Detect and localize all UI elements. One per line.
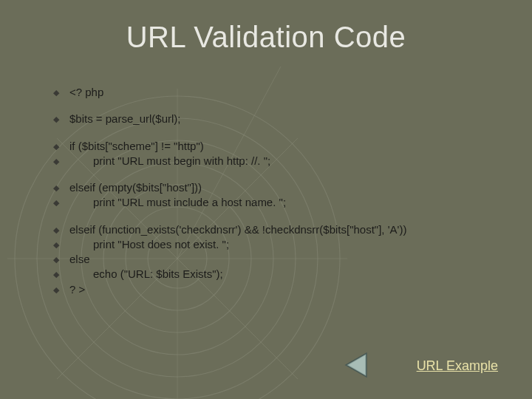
diamond-bullet-icon: ◆ [53,85,69,100]
bullet-line: ◆ if ($bits["scheme"] != "http") [53,139,502,154]
code-text: print "URL must begin with http: //. "; [69,154,502,168]
diamond-bullet-icon: ◆ [53,112,69,126]
bullet-line: ◆ elseif (function_exists('checkdnsrr') … [53,222,502,237]
slide: URL Validation Code ◆ <? php ◆ $bits = p… [0,0,532,399]
back-button[interactable] [344,350,377,380]
diamond-bullet-icon: ◆ [53,252,69,267]
bullet-line: ◆ else [53,252,502,267]
url-example-link[interactable]: URL Example [417,358,498,374]
bullet-line: ◆ <? php [53,85,502,100]
diamond-bullet-icon: ◆ [53,154,69,168]
bullet-line: ◆ $bits = parse_url($url); [53,112,502,126]
diamond-bullet-icon: ◆ [53,222,69,237]
slide-body: ◆ <? php ◆ $bits = parse_url($url); ◆ if… [53,85,502,307]
code-text: <? php [69,85,502,100]
diamond-bullet-icon: ◆ [53,195,69,210]
bullet-line: ◆ echo ("URL: $bits Exists"); [53,267,502,282]
code-text: echo ("URL: $bits Exists"); [69,267,502,282]
code-text: if ($bits["scheme"] != "http") [69,139,502,154]
bullet-line: ◆ elseif (empty($bits["host"])) [53,180,502,195]
diamond-bullet-icon: ◆ [53,139,69,154]
code-text: ? > [69,282,502,297]
diamond-bullet-icon: ◆ [53,267,69,282]
diamond-bullet-icon: ◆ [53,237,69,252]
code-text: elseif (empty($bits["host"])) [69,180,502,195]
code-text: $bits = parse_url($url); [69,112,502,126]
code-text: else [69,252,502,267]
slide-title: URL Validation Code [0,21,532,54]
bullet-line: ◆ print "URL must include a host name. "… [53,195,502,210]
diamond-bullet-icon: ◆ [53,180,69,195]
bullet-line: ◆ print "Host does not exist. "; [53,237,502,252]
code-text: elseif (function_exists('checkdnsrr') &&… [69,222,502,237]
bullet-line: ◆ print "URL must begin with http: //. "… [53,154,502,168]
back-arrow-icon [344,350,377,380]
bullet-line: ◆ ? > [53,282,502,297]
code-text: print "URL must include a host name. "; [69,195,502,210]
code-text: print "Host does not exist. "; [69,237,502,252]
diamond-bullet-icon: ◆ [53,282,69,297]
